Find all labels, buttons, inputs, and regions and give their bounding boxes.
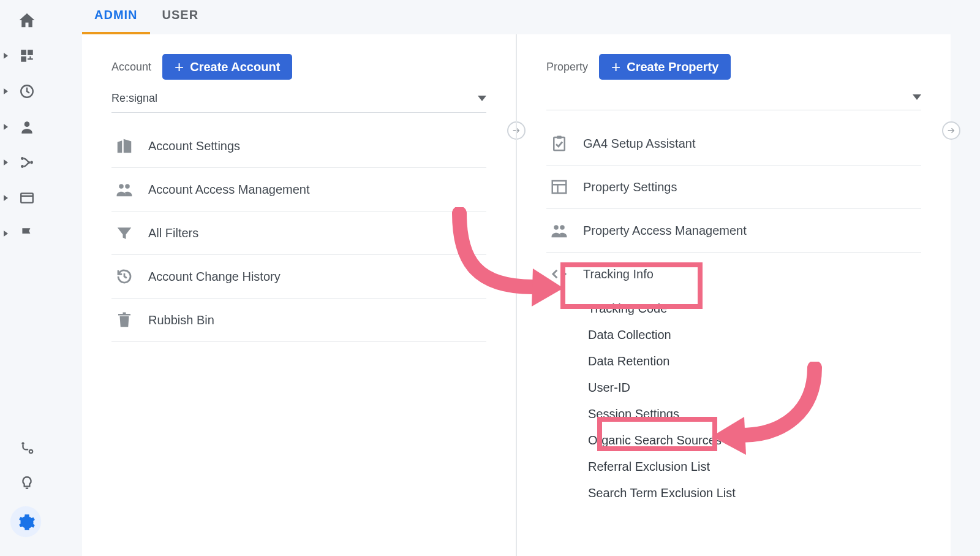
top-tabs: ADMIN USER	[82, 0, 211, 34]
person-icon	[19, 119, 35, 135]
property-picker[interactable]	[546, 88, 921, 110]
property-access-management[interactable]: Property Access Management	[546, 209, 921, 253]
account-settings[interactable]: Account Settings	[111, 124, 486, 168]
tab-user[interactable]: USER	[150, 8, 211, 34]
create-property-button[interactable]: + Create Property	[599, 54, 731, 80]
webpage-icon	[19, 190, 35, 206]
row-label: Rubbish Bin	[148, 313, 214, 327]
svg-rect-0	[21, 50, 26, 55]
clock-icon	[19, 83, 35, 99]
property-settings[interactable]: Property Settings	[546, 166, 921, 209]
rail-admin[interactable]	[0, 501, 54, 544]
path-icon	[19, 440, 35, 455]
plus-icon: +	[611, 59, 620, 75]
row-label: Account Change History	[148, 270, 281, 284]
property-menu: GA4 Setup Assistant Property Settings Pr…	[546, 121, 921, 506]
history-icon	[115, 267, 134, 286]
svg-point-10	[29, 450, 32, 453]
dashboard-add-icon	[19, 48, 35, 64]
admin-panel: Account + Create Account Re:signal Accou…	[82, 34, 951, 556]
tracking-info-submenu: Tracking Code Data Collection Data Reten…	[546, 295, 921, 506]
svg-point-9	[21, 442, 24, 444]
tab-admin[interactable]: ADMIN	[82, 8, 150, 34]
create-account-button[interactable]: + Create Account	[162, 54, 292, 80]
arrow-right-icon	[946, 126, 956, 135]
row-label: Account Access Management	[148, 183, 309, 197]
row-label: All Filters	[148, 226, 198, 240]
organic-search-sources[interactable]: Organic Search Sources	[588, 427, 921, 454]
account-label: Account	[111, 61, 151, 74]
svg-rect-13	[552, 181, 567, 193]
building-icon	[115, 137, 134, 155]
svg-rect-8	[21, 193, 33, 202]
caret-right-icon	[4, 159, 8, 166]
flag-icon	[19, 226, 35, 242]
people-icon	[115, 180, 134, 199]
row-label: GA4 Setup Assistant	[583, 137, 695, 151]
caret-right-icon	[4, 88, 8, 94]
row-label: Property Access Management	[583, 224, 747, 238]
create-account-label: Create Account	[190, 60, 280, 74]
left-rail	[0, 0, 54, 556]
data-collection[interactable]: Data Collection	[588, 322, 921, 348]
svg-point-6	[21, 165, 24, 168]
property-switch-arrow[interactable]	[942, 121, 960, 140]
gear-icon	[18, 514, 36, 531]
session-settings[interactable]: Session Settings	[588, 401, 921, 427]
property-column: Property + Create Property GA4 Setup Ass…	[516, 34, 951, 556]
svg-point-7	[30, 161, 33, 164]
user-id[interactable]: User-ID	[588, 375, 921, 401]
rail-discover[interactable]	[7, 465, 47, 501]
account-change-history[interactable]: Account Change History	[111, 255, 486, 299]
caret-right-icon	[4, 124, 8, 130]
rail-audience[interactable]	[7, 109, 47, 145]
filter-icon	[115, 224, 134, 242]
svg-point-4	[24, 121, 30, 127]
row-label: Tracking Info	[583, 267, 654, 281]
svg-point-5	[21, 157, 24, 160]
lightbulb-icon	[19, 475, 35, 491]
rail-behaviour[interactable]	[7, 180, 47, 216]
rail-customisation[interactable]	[7, 38, 47, 74]
svg-rect-12	[557, 136, 562, 139]
referral-exclusion-list[interactable]: Referral Exclusion List	[588, 454, 921, 480]
ga4-setup-assistant[interactable]: GA4 Setup Assistant	[546, 121, 921, 166]
caret-right-icon	[4, 195, 8, 201]
home-icon	[18, 11, 36, 29]
rail-home[interactable]	[7, 2, 47, 38]
property-label: Property	[546, 61, 588, 74]
account-access-management[interactable]: Account Access Management	[111, 168, 486, 211]
row-label: Property Settings	[583, 180, 677, 194]
caret-right-icon	[4, 53, 8, 59]
layout-icon	[550, 178, 568, 196]
account-picker-value: Re:signal	[111, 92, 157, 105]
trash-icon	[115, 311, 134, 329]
create-property-label: Create Property	[627, 60, 718, 74]
tracking-info[interactable]: Tracking Info	[546, 253, 921, 295]
row-label: Account Settings	[148, 139, 240, 153]
svg-rect-2	[21, 56, 26, 62]
account-picker[interactable]: Re:signal	[111, 88, 486, 113]
rail-realtime[interactable]	[7, 74, 47, 109]
code-icon	[550, 265, 568, 283]
merge-icon	[19, 154, 35, 170]
assignment-done-icon	[550, 134, 568, 153]
tracking-code[interactable]: Tracking Code	[588, 295, 921, 322]
people-icon	[550, 221, 568, 240]
account-menu: Account Settings Account Access Manageme…	[111, 124, 486, 342]
all-filters[interactable]: All Filters	[111, 211, 486, 255]
plus-icon: +	[175, 59, 184, 75]
chevron-down-icon	[913, 94, 921, 100]
data-retention[interactable]: Data Retention	[588, 348, 921, 375]
rail-acquisition[interactable]	[7, 145, 47, 180]
caret-right-icon	[4, 230, 8, 237]
search-term-exclusion-list[interactable]: Search Term Exclusion List	[588, 480, 921, 506]
chevron-down-icon	[478, 96, 486, 101]
rubbish-bin[interactable]: Rubbish Bin	[111, 299, 486, 342]
svg-rect-1	[28, 50, 33, 55]
rail-attribution[interactable]	[7, 430, 47, 465]
rail-conversions[interactable]	[7, 216, 47, 251]
svg-rect-11	[554, 137, 565, 150]
account-column: Account + Create Account Re:signal Accou…	[82, 34, 516, 556]
